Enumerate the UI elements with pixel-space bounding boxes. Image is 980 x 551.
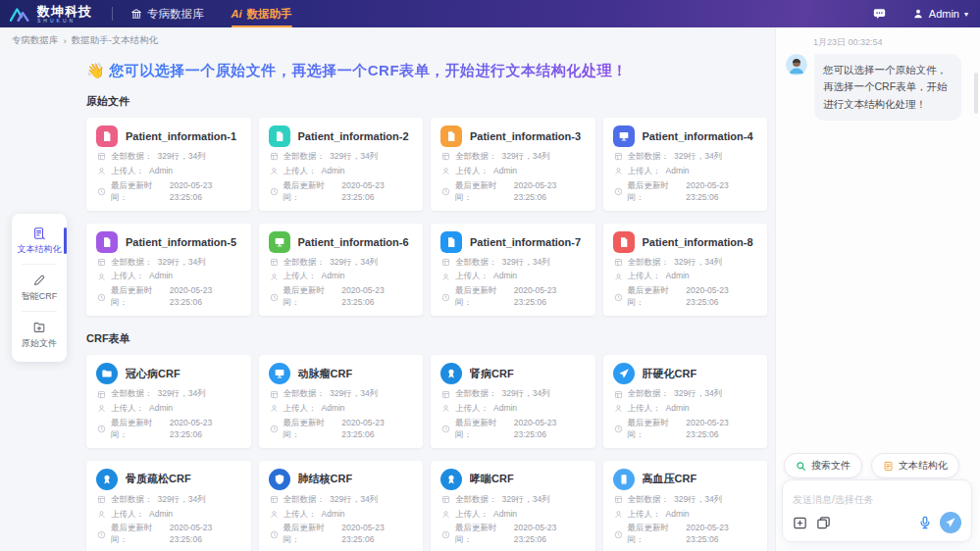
crf-card[interactable]: 肺结核CRF 全部数据：329行，34列 上传人：Admin 最后更新时间：20… <box>259 461 424 551</box>
card-data-meta: 全部数据：329行，34列 <box>614 494 758 506</box>
data-label: 全部数据： <box>455 257 497 269</box>
admin-menu[interactable]: Admin ▾ <box>912 8 968 20</box>
uploader-label: 上传人： <box>455 403 489 415</box>
uploader-value: Admin <box>666 271 690 282</box>
clock-icon <box>441 530 450 539</box>
data-value: 329行，34列 <box>502 257 550 269</box>
updated-label: 最后更新时间： <box>111 523 165 546</box>
crf-card[interactable]: 动脉瘤CRF 全部数据：329行，34列 上传人：Admin 最后更新时间：20… <box>259 355 424 448</box>
clock-icon <box>614 425 623 433</box>
card-data-meta: 全部数据：329行，34列 <box>97 494 241 506</box>
updated-label: 最后更新时间： <box>628 418 682 441</box>
crf-card[interactable]: 冠心病CRF 全部数据：329行，34列 上传人：Admin 最后更新时间：20… <box>86 355 251 448</box>
clock-icon <box>97 187 106 196</box>
file-card[interactable]: Patient_information-8 全部数据：329行，34列 上传人：… <box>603 224 768 317</box>
card-uploader-meta: 上传人：Admin <box>614 166 758 177</box>
uploader-label: 上传人： <box>455 271 489 282</box>
uploader-value: Admin <box>322 509 345 521</box>
data-label: 全部数据： <box>111 388 153 400</box>
uploader-label: 上传人： <box>111 271 144 282</box>
data-label: 全部数据： <box>628 388 670 400</box>
card-uploader-meta: 上传人：Admin <box>97 271 241 282</box>
card-title: 动脉瘤CRF <box>298 367 353 381</box>
breadcrumb-root[interactable]: 专病数据库 <box>12 34 59 47</box>
clock-icon <box>441 425 450 433</box>
clock-icon <box>441 187 450 196</box>
card-updated-meta: 最后更新时间：2020-05-23 23:25:06 <box>441 180 586 204</box>
section-title: CRF表单 <box>86 331 767 346</box>
tool-sidebar: 文本结构化 智能CRF 原始文件 <box>12 214 67 362</box>
uploader-value: Admin <box>149 166 173 177</box>
card-uploader-meta: 上传人：Admin <box>270 509 414 521</box>
card-type-icon <box>269 231 290 253</box>
search-icon <box>796 461 806 472</box>
file-card[interactable]: Patient_information-1 全部数据：329行，34列 上传人：… <box>86 118 251 211</box>
card-updated-meta: 最后更新时间：2020-05-23 23:25:06 <box>97 180 241 204</box>
file-card[interactable]: Patient_information-5 全部数据：329行，34列 上传人：… <box>86 224 251 317</box>
folder-add-icon <box>32 321 46 334</box>
doc-icon <box>883 461 894 472</box>
sidebar-item-original-files[interactable]: 原始文件 <box>12 312 67 358</box>
crf-card[interactable]: 肾病CRF 全部数据：329行，34列 上传人：Admin 最后更新时间：202… <box>431 355 595 448</box>
card-type-icon <box>613 363 635 384</box>
chat-input[interactable] <box>793 494 961 505</box>
card-type-icon <box>613 469 635 490</box>
card-type-icon <box>96 469 118 490</box>
updated-value: 2020-05-23 23:25:06 <box>170 180 241 204</box>
tab-data-assistant[interactable]: Ai 数据助手 <box>232 0 292 27</box>
table-icon <box>97 258 106 267</box>
card-title: Patient_information-1 <box>126 130 236 142</box>
message-bubble-icon[interactable] <box>872 7 887 21</box>
add-image-icon[interactable] <box>793 516 807 530</box>
card-data-meta: 全部数据：329行，34列 <box>97 151 241 163</box>
text-structuring-chip[interactable]: 文本结构化 <box>871 453 959 478</box>
crf-card[interactable]: 骨质疏松CRF 全部数据：329行，34列 上传人：Admin 最后更新时间：2… <box>86 461 251 551</box>
card-type-icon <box>440 469 462 490</box>
assistant-message-bubble: 您可以选择一个原始文件，再选择一个CRF表单，开始进行文本结构化处理！ <box>814 54 961 121</box>
sidebar-item-text-structuring[interactable]: 文本结构化 <box>12 218 67 264</box>
crf-card[interactable]: 哮喘CRF 全部数据：329行，34列 上传人：Admin 最后更新时间：202… <box>431 461 595 551</box>
card-title: Patient_information-5 <box>126 236 236 248</box>
section-original-files: 原始文件 Patient_information-1 全部数据：329行，34列… <box>86 94 767 316</box>
card-updated-meta: 最后更新时间：2020-05-23 23:25:06 <box>270 285 414 309</box>
file-card[interactable]: Patient_information-4 全部数据：329行，34列 上传人：… <box>603 118 768 211</box>
updated-label: 最后更新时间： <box>111 418 165 441</box>
card-data-meta: 全部数据：329行，34列 <box>270 151 414 163</box>
card-updated-meta: 最后更新时间：2020-05-23 23:25:06 <box>270 180 414 204</box>
card-updated-meta: 最后更新时间：2020-05-23 23:25:06 <box>441 285 586 309</box>
uploader-label: 上传人： <box>628 509 661 521</box>
card-uploader-meta: 上传人：Admin <box>270 403 414 415</box>
search-files-chip[interactable]: 搜索文件 <box>784 453 862 478</box>
clock-icon <box>270 530 279 539</box>
app-window: 数坤科技 SHUKUN 专病数据库 Ai 数据助手 <box>0 0 980 551</box>
data-label: 全部数据： <box>111 257 153 269</box>
card-data-meta: 全部数据：329行，34列 <box>97 388 241 400</box>
clock-icon <box>97 530 106 539</box>
uploader-value: Admin <box>322 271 345 282</box>
microphone-icon[interactable] <box>918 516 932 529</box>
card-data-meta: 全部数据：329行，34列 <box>441 388 586 400</box>
file-card[interactable]: Patient_information-7 全部数据：329行，34列 上传人：… <box>431 224 595 317</box>
crf-card[interactable]: 高血压CRF 全部数据：329行，34列 上传人：Admin 最后更新时间：20… <box>603 461 768 551</box>
clock-icon <box>614 530 623 539</box>
file-card[interactable]: Patient_information-2 全部数据：329行，34列 上传人：… <box>259 118 424 211</box>
chat-scrollbar[interactable] <box>974 73 978 114</box>
updated-value: 2020-05-23 23:25:06 <box>686 285 757 309</box>
uploader-label: 上传人： <box>111 166 144 177</box>
person-icon <box>270 510 279 519</box>
file-card[interactable]: Patient_information-6 全部数据：329行，34列 上传人：… <box>259 224 424 317</box>
data-label: 全部数据： <box>455 151 497 163</box>
sidebar-item-label: 原始文件 <box>22 338 57 348</box>
copy-stack-icon[interactable] <box>816 516 831 530</box>
send-button[interactable] <box>940 512 961 533</box>
card-title: 肾病CRF <box>470 367 514 381</box>
file-card[interactable]: Patient_information-3 全部数据：329行，34列 上传人：… <box>431 118 595 211</box>
card-data-meta: 全部数据：329行，34列 <box>441 151 586 163</box>
sidebar-item-smart-crf[interactable]: 智能CRF <box>12 265 67 311</box>
tab-disease-database[interactable]: 专病数据库 <box>130 0 204 27</box>
data-value: 329行，34列 <box>502 388 550 400</box>
updated-label: 最后更新时间： <box>455 285 509 309</box>
crf-card[interactable]: 肝硬化CRF 全部数据：329行，34列 上传人：Admin 最后更新时间：20… <box>603 355 768 448</box>
updated-value: 2020-05-23 23:25:06 <box>341 180 413 204</box>
card-title: 冠心病CRF <box>126 367 181 381</box>
